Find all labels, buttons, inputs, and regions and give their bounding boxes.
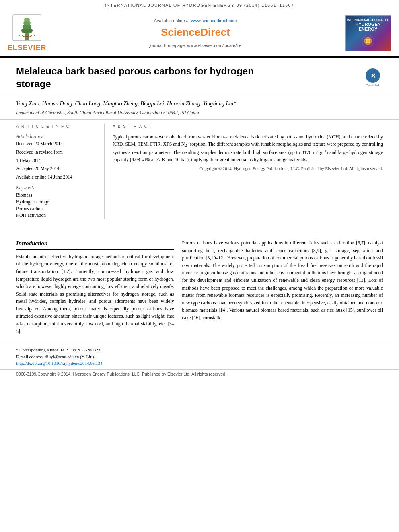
article-title: Melaleuca bark based porous carbons for …	[16, 65, 290, 90]
crossmark-label: CrossMark	[366, 84, 380, 88]
keywords-label: Keywords:	[16, 185, 99, 191]
abstract-text: Typical porous carbons were obtained fro…	[113, 133, 383, 163]
received-revised-date: 18 May 2014	[16, 157, 99, 164]
elsevier-logo: ELSEVIER	[5, 14, 49, 53]
journal-homepage-url[interactable]: www.elsevier.com/locate/he	[187, 43, 242, 48]
received-date: Received 20 March 2014	[16, 140, 99, 147]
keyword-biomass: Biomass	[16, 192, 99, 199]
header-region: ELSEVIER Available online at www.science…	[0, 10, 399, 58]
crossmark-badge[interactable]: ✕ CrossMark	[363, 68, 383, 88]
authors-list: Yong Xiao, Hanwu Dong, Chao Long, Mingta…	[16, 99, 383, 108]
crossmark-circle: ✕	[366, 68, 380, 83]
sciencedirect-url[interactable]: www.sciencedirect.com	[191, 18, 237, 23]
svg-point-4	[24, 18, 30, 22]
article-history-label: Article history:	[16, 133, 99, 140]
elsevier-brand-text: ELSEVIER	[7, 43, 46, 53]
footnote-area: * Corresponding author. Tel.: +86 20 852…	[0, 343, 399, 367]
crossmark-icon: ✕	[370, 71, 376, 80]
keyword-koh: KOH-activation	[16, 212, 99, 219]
available-online-date: Available online 14 June 2014	[16, 174, 99, 181]
introduction-continuation-column: Porous carbons have various potential ap…	[182, 239, 383, 335]
affiliation: Department of Chemistry, South China Agr…	[16, 109, 383, 116]
introduction-column: Introduction Establishment of effective …	[16, 239, 174, 335]
cover-title-small: International Journal of	[347, 18, 389, 22]
abstract-copyright: Copyright © 2014, Hydrogen Energy Public…	[113, 166, 383, 172]
abstract-column: A B S T R A C T Typical porous carbons w…	[113, 124, 383, 219]
journal-bar: INTERNATIONAL JOURNAL OF HYDROGEN ENERGY…	[0, 0, 399, 10]
received-revised-label: Received in revised form	[16, 149, 99, 156]
accepted-date: Accepted 20 May 2014	[16, 165, 99, 172]
cover-illustration	[357, 33, 379, 49]
footnote-corresponding: * Corresponding author. Tel.: +86 20 852…	[16, 347, 383, 353]
introduction-paragraph-1: Establishment of effective hydrogen stor…	[16, 253, 174, 335]
footer-bar: 0360-3199/Copyright © 2014, Hydrogen Ene…	[0, 369, 399, 379]
header-center: Available online at www.sciencedirect.co…	[53, 14, 338, 53]
available-online-text: Available online at www.sciencedirect.co…	[154, 18, 237, 24]
spacer	[0, 223, 399, 235]
footnote-doi: http://dx.doi.org/10.1016/j.ijhydene.201…	[16, 360, 383, 367]
footnote-email: E-mail address: tliuyl@scau.edu.cn (Y. L…	[16, 353, 383, 360]
introduction-paragraph-2: Porous carbons have various potential ap…	[182, 239, 383, 322]
keyword-hydrogen: Hydrogen storage	[16, 199, 99, 205]
svg-rect-0	[25, 34, 29, 40]
abstract-heading: A B S T R A C T	[113, 124, 383, 130]
sciencedirect-logo: ScienceDirect	[161, 25, 230, 40]
elsevier-tree-icon	[11, 14, 43, 42]
keyword-porous: Porous carbon	[16, 205, 99, 212]
journal-homepage-text: journal homepage: www.elsevier.com/locat…	[149, 43, 241, 49]
introduction-heading: Introduction	[16, 239, 174, 250]
cover-title-large: HYDROGEN ENERGY	[347, 22, 389, 31]
journal-cover: International Journal of HYDROGEN ENERGY	[345, 15, 391, 51]
article-title-section: ✕ CrossMark Melaleuca bark based porous …	[0, 58, 399, 94]
footer-text: 0360-3199/Copyright © 2014, Hydrogen Ene…	[16, 372, 226, 376]
authors-section: Yong Xiao, Hanwu Dong, Chao Long, Mingta…	[0, 94, 399, 120]
article-info-heading: A R T I C L E I N F O	[16, 124, 99, 130]
article-info-column: A R T I C L E I N F O Article history: R…	[16, 124, 105, 219]
doi-link[interactable]: http://dx.doi.org/10.1016/j.ijhydene.201…	[16, 361, 103, 366]
article-info-abstract-section: A R T I C L E I N F O Article history: R…	[0, 120, 399, 223]
header-right: International Journal of HYDROGEN ENERGY	[342, 14, 394, 53]
main-content: Introduction Establishment of effective …	[0, 239, 399, 335]
